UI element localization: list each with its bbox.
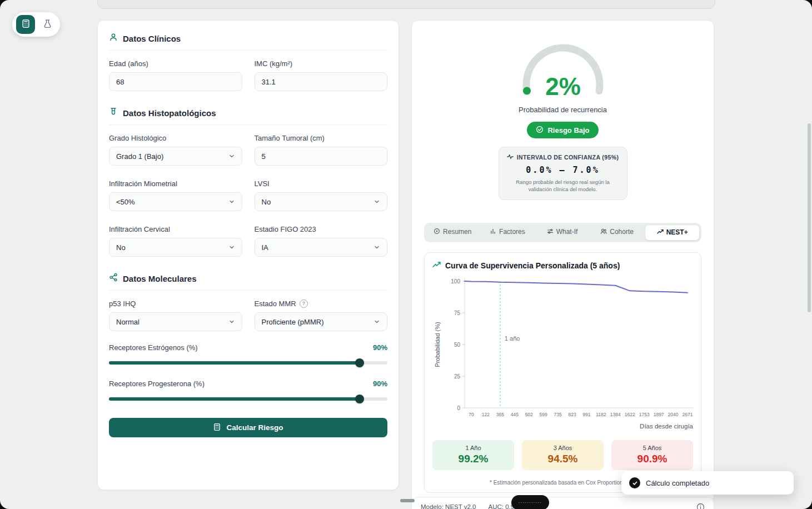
section-title: Datos Clínicos <box>123 34 181 43</box>
section-title: Datos Histopatológicos <box>123 108 216 118</box>
svg-text:100: 100 <box>451 278 460 284</box>
trending-up-icon <box>432 261 441 271</box>
tab-label: NEST+ <box>666 228 688 236</box>
confidence-interval-box: INTERVALO DE CONFIANZA (95%) 0.0% — 7.0%… <box>499 147 627 200</box>
stat-3-year: 3 Años 94.5% <box>522 440 604 470</box>
confidence-title: INTERVALO DE CONFIANZA (95%) <box>517 154 619 161</box>
tab-cohorte[interactable]: Cohorte <box>590 224 644 239</box>
mmr-select[interactable]: Proficiente (pMMR) <box>255 312 388 331</box>
calculator-mode-button[interactable] <box>16 15 35 34</box>
confidence-caption: Rango probable del riesgo real según la … <box>509 179 617 193</box>
tab-factores[interactable]: Factores <box>481 224 535 239</box>
bar-chart-icon <box>490 228 496 236</box>
edad-input[interactable] <box>109 72 242 91</box>
cervical-value: No <box>116 243 126 252</box>
chevron-down-icon <box>373 318 380 325</box>
svg-text:445: 445 <box>511 412 519 417</box>
stat-value: 99.2% <box>432 453 514 465</box>
survival-chart-title: Curva de Supervivencia Personalizada (5 … <box>445 261 620 270</box>
slider-fill <box>109 397 360 401</box>
stat-value: 94.5% <box>522 453 604 465</box>
model-version: Modelo: NEST v2.0 <box>421 503 476 509</box>
svg-text:70: 70 <box>469 412 474 417</box>
help-icon[interactable] <box>300 300 308 308</box>
grado-select[interactable]: Grado 1 (Bajo) <box>109 147 242 166</box>
tab-nest[interactable]: NEST+ <box>645 224 700 241</box>
slider-fill <box>109 361 360 365</box>
person-icon <box>109 33 118 44</box>
p53-select[interactable]: Normal <box>109 312 242 331</box>
page-scrollbar[interactable] <box>808 123 811 312</box>
stat-label: 1 Año <box>432 445 514 451</box>
section-histopathology: Datos Histopatológicos <box>109 107 387 125</box>
toast-message: Cálculo completado <box>646 479 709 487</box>
risk-level-badge: Riesgo Bajo <box>527 122 598 138</box>
trending-up-icon <box>657 228 664 237</box>
slider-thumb[interactable] <box>355 358 364 367</box>
input-form-card: Datos Clínicos Edad (años) IMC (kg/m²) D… <box>97 20 399 490</box>
risk-gauge: 2% <box>424 37 701 103</box>
test-tube-icon <box>109 107 118 118</box>
progesterona-label: Receptores Progesterona (%) <box>109 380 205 388</box>
survival-stats: 1 Año 99.2% 3 Años 94.5% 5 Años 90.9% <box>432 440 693 470</box>
svg-text:Días desde cirugía: Días desde cirugía <box>640 423 693 430</box>
estrogenos-value: 90% <box>373 343 387 352</box>
figo-select[interactable]: IA <box>255 238 388 257</box>
calculate-risk-button[interactable]: Calcular Riesgo <box>109 418 387 437</box>
tab-label: Factores <box>499 228 525 236</box>
dots-text: ··········· <box>519 501 542 505</box>
mode-toolbar <box>12 12 60 37</box>
tab-label: Resumen <box>443 228 471 236</box>
stat-5-year: 5 Años 90.9% <box>611 440 693 470</box>
risk-caption: Probabilidad de recurrencia <box>424 106 701 114</box>
imc-label: IMC (kg/m²) <box>255 59 388 68</box>
scroll-handle <box>400 499 415 502</box>
stat-value: 90.9% <box>611 453 693 465</box>
slider-thumb[interactable] <box>355 395 364 403</box>
results-tab-bar: Resumen Factores What-If Cohorte NEST+ <box>424 223 701 242</box>
molecule-icon <box>109 273 118 284</box>
imc-input[interactable] <box>255 72 388 91</box>
survival-curve-card: Curva de Supervivencia Personalizada (5 … <box>424 252 701 493</box>
activity-icon <box>507 153 514 161</box>
calculator-icon <box>21 19 31 31</box>
stat-label: 3 Años <box>522 445 604 451</box>
svg-text:122: 122 <box>482 412 490 417</box>
calculate-risk-label: Calcular Riesgo <box>226 423 283 432</box>
risk-badge-label: Riesgo Bajo <box>547 126 589 134</box>
chevron-down-icon <box>373 198 380 205</box>
stat-label: 5 Años <box>611 445 693 451</box>
svg-text:365: 365 <box>496 412 504 417</box>
tab-label: Cohorte <box>610 228 634 236</box>
lab-mode-button[interactable] <box>38 16 56 33</box>
svg-text:823: 823 <box>568 412 576 417</box>
miometrial-value: <50% <box>116 198 135 206</box>
tab-whatif[interactable]: What-If <box>535 224 589 239</box>
estrogenos-slider[interactable] <box>109 358 387 367</box>
svg-text:1897: 1897 <box>654 412 664 417</box>
cervical-select[interactable]: No <box>109 238 242 257</box>
lvsi-select[interactable]: No <box>255 192 388 211</box>
survival-chart: 0255075100701223654455025997358239911182… <box>432 275 695 436</box>
chevron-down-icon <box>373 244 380 251</box>
estrogenos-label: Receptores Estrógenos (%) <box>109 343 198 352</box>
svg-text:991: 991 <box>582 412 590 417</box>
target-icon <box>434 228 440 236</box>
miometrial-select[interactable]: <50% <box>109 192 242 211</box>
svg-text:2671: 2671 <box>683 412 693 417</box>
progesterona-slider[interactable] <box>109 395 387 403</box>
toast-notification: Cálculo completado <box>621 471 794 495</box>
tab-resumen[interactable]: Resumen <box>426 224 480 239</box>
svg-text:1182: 1182 <box>596 412 606 417</box>
section-clinical: Datos Clínicos <box>109 33 387 51</box>
svg-text:75: 75 <box>454 310 461 316</box>
figo-label: Estadio FIGO 2023 <box>255 225 388 233</box>
mmr-value: Proficiente (pMMR) <box>262 318 324 326</box>
svg-text:1 año: 1 año <box>505 335 520 342</box>
tamano-input[interactable] <box>255 147 388 166</box>
scrolled-card-sliver <box>97 0 715 9</box>
info-icon[interactable] <box>696 503 705 509</box>
model-auc: AUC: 0.9 <box>489 503 515 509</box>
chevron-down-icon <box>228 244 235 251</box>
grado-value: Grado 1 (Bajo) <box>116 152 163 161</box>
